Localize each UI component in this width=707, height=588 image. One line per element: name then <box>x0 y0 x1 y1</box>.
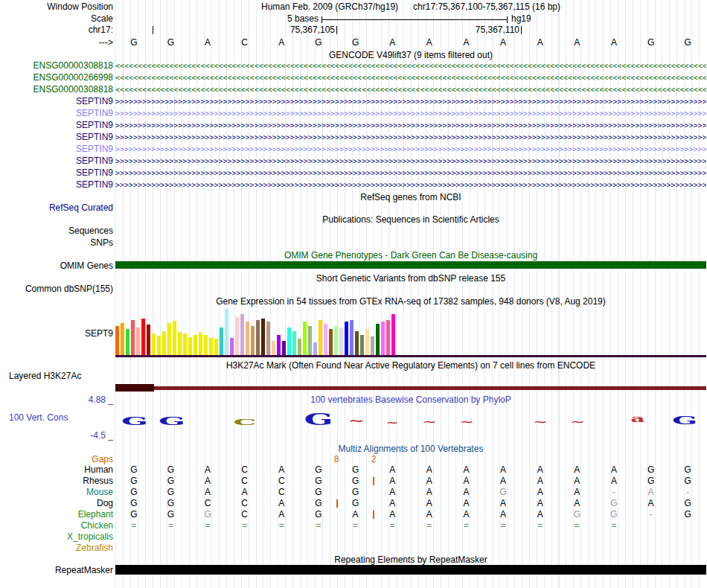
align-base: G <box>352 476 359 487</box>
align-base: = <box>131 520 136 531</box>
species-label[interactable]: Rhesus <box>0 476 113 487</box>
align-base: A <box>463 464 469 476</box>
multiz-track-title: Multiz Alignments of 100 Vertebrates <box>115 444 706 454</box>
snps-label[interactable]: SNPs <box>0 237 113 249</box>
align-base: G <box>610 498 617 509</box>
base-letter: G <box>130 37 137 48</box>
gaps-row-label: Gaps <box>0 454 113 465</box>
gtex-bar <box>251 326 255 356</box>
phylop-glyph: ~ <box>348 415 365 426</box>
ruler-tick <box>521 26 522 34</box>
align-base: G <box>315 498 321 509</box>
gene-row-label[interactable]: SEPTIN9 <box>0 132 113 143</box>
ruler-tick <box>153 26 153 34</box>
gene-row-label[interactable]: ENSG00000266998 <box>0 72 113 83</box>
gene-row-label[interactable]: SEPTIN9 <box>0 108 113 119</box>
align-base: A <box>278 509 284 520</box>
align-base: = <box>426 520 432 531</box>
species-label[interactable]: Mouse <box>0 487 113 498</box>
species-label[interactable]: X_tropicalis <box>0 531 113 543</box>
align-base: A <box>574 464 580 476</box>
align-base: C <box>241 498 248 509</box>
base-letter: A <box>537 37 543 48</box>
species-label[interactable]: Human <box>0 464 113 476</box>
base-letter: G <box>167 37 174 48</box>
gtex-bar <box>272 341 275 356</box>
base-letter: A <box>389 37 395 48</box>
gene-row-label[interactable]: ENSG00000308818 <box>0 60 113 71</box>
align-base: G <box>167 509 174 520</box>
align-base: G <box>130 476 137 487</box>
base-letter: A <box>278 37 284 48</box>
gene-row-arrows[interactable]: >>>>>>>>>>>>>>>>>>>>>>>>>>>>>>>>>>>>>>>>… <box>115 179 706 191</box>
gene-row-label[interactable]: ENSG00000308818 <box>0 84 113 95</box>
align-base: A <box>426 498 432 509</box>
insert-marker <box>373 477 374 485</box>
align-base: A <box>389 476 395 487</box>
gene-row-label[interactable]: SEPTIN9 <box>0 120 113 131</box>
ruler-tick <box>336 26 337 34</box>
gene-row-label[interactable]: SEPTIN9 <box>0 156 113 167</box>
align-base: G <box>685 509 691 520</box>
gtex-bar <box>287 327 291 356</box>
gene-row-label[interactable]: SEPTIN9 <box>0 179 113 191</box>
gene-row-arrows[interactable]: >>>>>>>>>>>>>>>>>>>>>>>>>>>>>>>>>>>>>>>>… <box>115 96 706 107</box>
align-base: A <box>389 498 395 509</box>
align-base: A <box>389 464 395 476</box>
omim-gene-bar[interactable] <box>115 261 706 269</box>
align-base: A <box>500 498 506 509</box>
gtex-bar <box>350 320 354 356</box>
dbsnp-label[interactable]: Common dbSNP(155) <box>0 284 113 295</box>
align-base: G <box>167 476 174 487</box>
gene-row-arrows[interactable]: >>>>>>>>>>>>>>>>>>>>>>>>>>>>>>>>>>>>>>>>… <box>115 156 706 167</box>
align-base: G <box>647 464 654 476</box>
gene-row-arrows[interactable]: >>>>>>>>>>>>>>>>>>>>>>>>>>>>>>>>>>>>>>>>… <box>115 120 706 131</box>
gtex-bar <box>386 320 390 356</box>
align-base: C <box>241 464 248 476</box>
gene-row-arrows[interactable]: <<<<<<<<<<<<<<<<<<<<<<<<<<<<<<<<<<<<<<<<… <box>115 84 706 95</box>
gene-row-arrows[interactable]: >>>>>>>>>>>>>>>>>>>>>>>>>>>>>>>>>>>>>>>>… <box>115 108 706 119</box>
gene-row-arrows[interactable]: >>>>>>>>>>>>>>>>>>>>>>>>>>>>>>>>>>>>>>>>… <box>115 144 706 155</box>
gene-row-arrows[interactable]: <<<<<<<<<<<<<<<<<<<<<<<<<<<<<<<<<<<<<<<<… <box>115 60 706 71</box>
gene-row-label[interactable]: SEPTIN9 <box>0 167 113 179</box>
align-base: A <box>426 464 432 476</box>
gene-row-arrows[interactable]: <<<<<<<<<<<<<<<<<<<<<<<<<<<<<<<<<<<<<<<<… <box>115 72 706 83</box>
species-label[interactable]: Elephant <box>0 509 113 520</box>
h3k27ac-label[interactable]: Layered H3K27Ac <box>9 371 81 382</box>
repeatmasker-label[interactable]: RepeatMasker <box>0 565 113 576</box>
align-base: = <box>205 520 211 531</box>
gtex-bar <box>329 329 333 356</box>
species-label[interactable]: Dog <box>0 498 113 509</box>
phylop-track-label[interactable]: 100 Vert. Cons <box>9 412 68 424</box>
gtex-expression-bars[interactable] <box>115 307 398 356</box>
align-base: A <box>463 509 469 520</box>
align-base: A <box>648 498 654 509</box>
phylop-glyph: ~ <box>570 417 585 426</box>
omim-genes-label[interactable]: OMIM Genes <box>0 261 113 272</box>
species-label[interactable]: Zebrafish <box>0 543 113 554</box>
align-base: G <box>130 498 137 509</box>
gene-row-arrows[interactable]: >>>>>>>>>>>>>>>>>>>>>>>>>>>>>>>>>>>>>>>>… <box>115 167 706 179</box>
align-base: A <box>574 498 580 509</box>
phylop-signal-area[interactable] <box>115 405 706 438</box>
phylop-glyph: ~ <box>422 417 437 426</box>
species-label[interactable]: Chicken <box>0 520 113 531</box>
align-base: G <box>204 509 211 520</box>
gtex-bar <box>292 331 296 356</box>
gtex-bar <box>246 322 249 356</box>
repeatmasker-bar[interactable] <box>115 565 706 575</box>
gene-row-label[interactable]: SEPTIN9 <box>0 96 113 107</box>
h3k27ac-signal-band[interactable] <box>115 386 706 390</box>
publications-track-title: Publications: Sequences in Scientific Ar… <box>115 214 706 225</box>
refseq-curated-label[interactable]: RefSeq Curated <box>0 202 113 214</box>
gtex-bar <box>266 322 270 356</box>
sequences-label[interactable]: Sequences <box>0 226 113 237</box>
gtex-gene-label[interactable]: SEPT9 <box>0 328 113 339</box>
gene-row-arrows[interactable]: >>>>>>>>>>>>>>>>>>>>>>>>>>>>>>>>>>>>>>>>… <box>115 132 706 143</box>
align-base: A <box>426 509 432 520</box>
gene-row-label[interactable]: SEPTIN9 <box>0 144 113 155</box>
align-base: A <box>205 476 211 487</box>
align-base: A <box>205 464 211 476</box>
align-base: C <box>241 509 248 520</box>
gtex-bar <box>230 338 234 356</box>
